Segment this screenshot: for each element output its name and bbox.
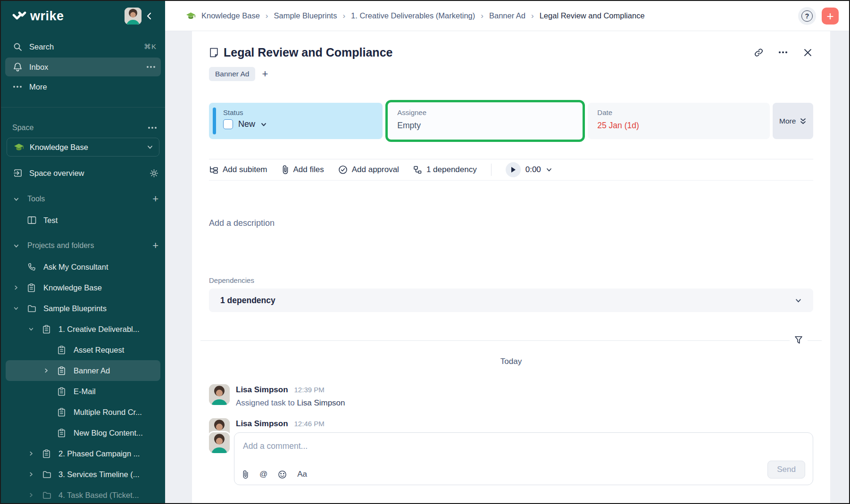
dependency-button[interactable]: 1 dependency [413,165,477,174]
add-approval-button[interactable]: Add approval [338,165,399,174]
copy-link-icon[interactable] [753,47,764,58]
document-icon [58,346,68,355]
time-tracker[interactable]: 0:00 [506,162,552,177]
status-checkbox[interactable] [223,119,233,129]
tools-label: Tools [27,195,152,203]
chevron-down-icon[interactable] [13,306,27,311]
tree-item-label: Sample Blueprints [43,304,158,313]
comment-author[interactable]: Lisa Simpson [236,419,288,429]
status-field[interactable]: Status New [209,103,383,139]
tree-item-label: Banner Ad [74,366,154,375]
sidebar-item-test[interactable]: Test [1,210,165,231]
chevron-down-icon[interactable] [13,243,27,249]
sidebar-item-multiple-round[interactable]: Multiple Round Cr... [1,402,165,422]
collapse-sidebar-icon[interactable] [142,12,158,20]
chevron-right-icon[interactable] [28,471,42,477]
comment-author[interactable]: Lisa Simpson [236,385,288,395]
sidebar-item-inbox[interactable]: Inbox [5,58,161,76]
add-tag-icon[interactable]: + [262,69,268,79]
sidebar-item-asset-request[interactable]: Asset Request [1,339,165,360]
sidebar-section-tools[interactable]: Tools + [1,188,165,210]
sidebar-item-banner-ad-selected[interactable]: Banner Ad [6,360,160,381]
comment-text-prefix: Assigned task to [236,398,297,407]
comment-item: Lisa Simpson 12:46 PM [209,418,813,432]
chevron-down-icon[interactable] [260,121,267,128]
sidebar-section-projects[interactable]: Projects and folders + [1,235,165,256]
space-options-icon[interactable] [148,127,157,129]
comment-input-placeholder: Add a comment... [243,441,804,451]
tree-item-label: Multiple Round Cr... [74,408,158,417]
play-icon[interactable] [506,162,521,177]
text-format-icon[interactable]: Aa [297,470,307,479]
comment-item: Lisa Simpson 12:39 PM Assigned task to L… [209,384,813,408]
breadcrumb-banner-ad[interactable]: Banner Ad [489,11,525,20]
close-icon[interactable] [802,47,813,58]
sidebar-item-phased-campaign[interactable]: 2. Phased Campaign ... [1,443,165,464]
tree-item-label: New Blog Content... [74,429,158,438]
description-placeholder[interactable]: Add a description [209,218,813,228]
send-button[interactable]: Send [767,461,805,479]
chevron-down-icon[interactable] [13,196,27,202]
breadcrumb-separator: › [531,11,534,21]
sidebar-item-creative-deliverables[interactable]: 1. Creative Deliverabl... [1,319,165,339]
date-field[interactable]: Date 25 Jan (1d) [588,103,770,139]
sidebar-item-more[interactable]: More [5,77,161,96]
add-files-button[interactable]: Add files [282,165,324,174]
avatar [209,432,230,453]
wrike-check-icon [12,10,26,22]
add-files-label: Add files [293,165,324,174]
help-button[interactable]: ? [798,7,816,25]
sidebar-item-email[interactable]: E-Mail [1,381,165,402]
sidebar-item-task-based[interactable]: 4. Task Based (Ticket... [1,485,165,503]
chevron-right-icon[interactable] [43,368,58,373]
more-fields-button[interactable]: More [773,103,813,139]
dependencies-box[interactable]: 1 dependency [209,289,813,312]
date-value[interactable]: 25 Jan (1d) [597,121,761,131]
tag-banner-ad[interactable]: Banner Ad [209,67,255,81]
space-section-label: Space [1,118,165,138]
sidebar-item-services-timeline[interactable]: 3. Services Timeline (... [1,464,165,485]
create-new-button[interactable]: + [822,8,839,25]
sidebar-item-space-overview[interactable]: Space overview [1,162,165,184]
assignee-value[interactable]: Empty [397,121,574,131]
chevron-down-icon[interactable] [28,326,42,332]
status-value[interactable]: New [238,119,255,129]
inbox-more-icon[interactable] [147,66,155,68]
sidebar-item-search[interactable]: Search ⌘K [1,37,165,57]
chevron-right-icon[interactable] [13,285,27,290]
comment-input[interactable]: Add a comment... @ Aa Send [234,432,813,485]
assignee-field-highlighted[interactable]: Assignee Empty [385,100,585,142]
gear-icon[interactable] [150,169,158,178]
mention-icon[interactable]: @ [259,470,267,479]
dependencies-label: Dependencies [209,276,813,284]
sidebar-item-ask-my-consultant[interactable]: Ask My Consultant [1,256,165,277]
breadcrumb-creative-deliverables[interactable]: 1. Creative Deliverables (Marketing) [351,11,475,20]
inbox-label: Inbox [29,63,147,72]
attach-file-icon[interactable] [242,470,249,479]
user-avatar[interactable] [125,8,142,25]
bell-icon [13,62,24,72]
sidebar: wrike Search ⌘K Inbox More Space [1,1,165,503]
tree-item-label: 3. Services Timeline (... [58,470,158,479]
status-accent-bar [213,107,216,134]
more-label: More [29,83,155,91]
sidebar-item-knowledge-base[interactable]: Knowledge Base [1,277,165,298]
chevron-down-icon [795,297,802,304]
wrike-logo[interactable]: wrike [12,9,64,24]
breadcrumb-knowledge-base[interactable]: Knowledge Base [201,11,260,20]
chevron-right-icon[interactable] [28,492,42,498]
sidebar-item-sample-blueprints[interactable]: Sample Blueprints [1,298,165,319]
filter-icon[interactable] [790,336,808,345]
sidebar-item-new-blog-content[interactable]: New Blog Content... [1,422,165,443]
add-subitem-button[interactable]: Add subitem [209,165,267,174]
add-project-icon[interactable]: + [152,240,158,251]
emoji-icon[interactable] [278,470,287,479]
chevron-right-icon[interactable] [28,451,42,456]
avatar [209,384,230,405]
space-selector[interactable]: Knowledge Base [7,138,159,157]
more-options-icon[interactable] [777,47,789,58]
comment-time: 12:46 PM [294,420,325,428]
breadcrumb-sample-blueprints[interactable]: Sample Blueprints [274,11,337,20]
comment-text: Assigned task to Lisa Simpson [236,398,345,408]
add-tool-icon[interactable]: + [152,194,158,204]
